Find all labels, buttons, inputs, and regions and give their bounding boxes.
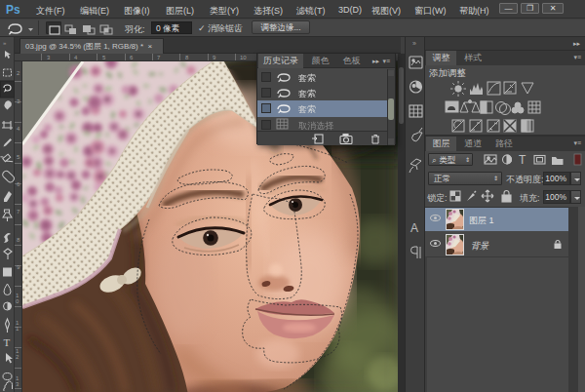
svg-text:»: » [412, 40, 416, 47]
svg-text:T: T [519, 153, 526, 167]
svg-text:A: A [410, 221, 418, 235]
svg-text:»: » [3, 40, 7, 46]
svg-text:T: T [4, 336, 11, 348]
